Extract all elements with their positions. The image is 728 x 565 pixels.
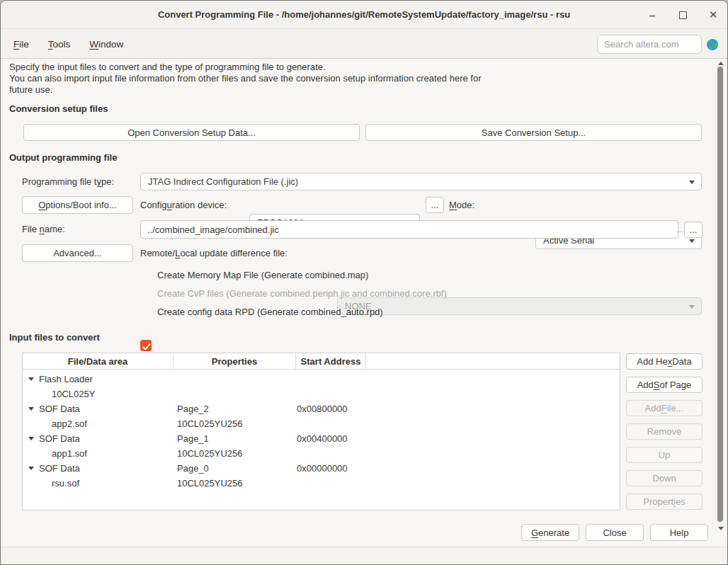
add-hex-data-button[interactable]: Add Hex Data xyxy=(626,353,703,370)
scroll-down-icon[interactable] xyxy=(718,527,724,530)
output-heading: Output programming file xyxy=(9,152,117,163)
table-row[interactable]: app1.sof 10CL025YU256 xyxy=(23,446,620,461)
down-button[interactable]: Down xyxy=(626,470,703,486)
generate-button[interactable]: Generate xyxy=(521,524,579,541)
dialog-content: Specify the input files to convert and t… xyxy=(1,59,727,547)
table-row[interactable]: 10CL025Y xyxy=(23,387,620,401)
convert-programming-file-window: Convert Programming File - /home/johanne… xyxy=(0,0,728,565)
table-row[interactable]: Flash Loader xyxy=(23,372,620,387)
window-title: Convert Programming File - /home/johanne… xyxy=(158,9,570,20)
tree-expand-icon[interactable] xyxy=(28,377,34,381)
remove-button[interactable]: Remove xyxy=(626,423,703,440)
statusbar xyxy=(1,548,727,565)
input-files-heading: Input files to convert xyxy=(9,332,100,343)
tree-expand-icon[interactable] xyxy=(28,437,34,440)
help-button[interactable]: Help xyxy=(650,524,708,541)
intro-line-1: Specify the input files to convert and t… xyxy=(9,62,326,73)
create-config-rpd-label: Create config data RPD (Generate combine… xyxy=(157,307,383,317)
header-properties: Properties xyxy=(174,353,296,369)
table-row[interactable]: rsu.sof 10CL025YU256 xyxy=(23,476,620,491)
add-file-button[interactable]: Add File... xyxy=(626,400,703,416)
input-files-table: File/Data area Properties Start Address … xyxy=(22,353,620,510)
save-conversion-setup-button[interactable]: Save Conversion Setup... xyxy=(365,124,702,141)
mode-label: Mode: xyxy=(449,200,474,210)
table-row[interactable]: SOF Data Page_1 0x00400000 xyxy=(23,431,620,446)
table-row[interactable]: SOF Data Page_0 0x00000000 xyxy=(23,461,620,476)
menubar: File Tools Window xyxy=(1,30,727,59)
titlebar: Convert Programming File - /home/johanne… xyxy=(1,1,727,29)
up-button[interactable]: Up xyxy=(626,447,703,463)
vertical-scrollbar[interactable] xyxy=(715,59,726,547)
scrollbar-thumb[interactable] xyxy=(717,67,723,522)
chevron-down-icon xyxy=(689,239,695,243)
intro-line-2: You can also import input file informati… xyxy=(9,73,482,84)
table-row[interactable]: app2.sof 10CL025YU256 xyxy=(23,416,620,431)
create-cvp-files-label: Create CvP files (Generate combined.peri… xyxy=(157,288,447,299)
options-boot-info-button[interactable]: Options/Boot info... xyxy=(22,196,133,214)
table-row[interactable]: SOF Data Page_2 0x00800000 xyxy=(23,401,620,416)
chevron-down-icon xyxy=(689,181,695,184)
globe-icon xyxy=(707,39,718,50)
tree-expand-icon[interactable] xyxy=(28,467,34,470)
tree-expand-icon[interactable] xyxy=(28,407,34,411)
table-header: File/Data area Properties Start Address xyxy=(23,353,620,370)
open-conversion-setup-button[interactable]: Open Conversion Setup Data... xyxy=(23,124,360,141)
create-memory-map-label: Create Memory Map File (Generate combine… xyxy=(157,270,368,280)
header-start-address: Start Address xyxy=(296,353,366,369)
add-sof-page-button[interactable]: Add Sof Page xyxy=(626,377,703,393)
maximize-icon[interactable] xyxy=(677,9,688,21)
configuration-device-label: Configuration device: xyxy=(140,200,227,210)
menu-item-file[interactable]: File xyxy=(13,39,29,50)
file-name-input[interactable] xyxy=(140,220,678,239)
header-file-data-area: File/Data area xyxy=(23,353,174,369)
scroll-up-icon[interactable] xyxy=(718,62,724,65)
conversion-setup-heading: Conversion setup files xyxy=(9,103,108,114)
search-input[interactable] xyxy=(597,35,702,54)
file-name-label: File name: xyxy=(22,224,65,234)
menu-item-window[interactable]: Window xyxy=(89,39,123,50)
file-browse-button[interactable]: ... xyxy=(684,222,703,238)
device-browse-button[interactable]: ... xyxy=(426,197,444,213)
chevron-down-icon xyxy=(689,305,695,309)
programming-file-type-label: Programming file type: xyxy=(22,176,114,187)
remote-diff-select: NONE xyxy=(337,297,702,315)
menu-item-tools[interactable]: Tools xyxy=(48,39,71,50)
minimize-icon[interactable]: – xyxy=(647,9,658,21)
close-button[interactable]: Close xyxy=(586,524,644,541)
intro-line-3: future use. xyxy=(9,84,52,96)
remote-diff-label: Remote/Local update difference file: xyxy=(140,248,288,258)
programming-file-type-select[interactable]: JTAG Indirect Configuration File (.jic) xyxy=(140,173,702,190)
advanced-button[interactable]: Advanced... xyxy=(22,244,133,262)
close-icon[interactable]: ✕ xyxy=(707,9,719,21)
properties-button[interactable]: Properties xyxy=(626,493,703,510)
create-memory-map-checkbox[interactable] xyxy=(140,340,152,351)
